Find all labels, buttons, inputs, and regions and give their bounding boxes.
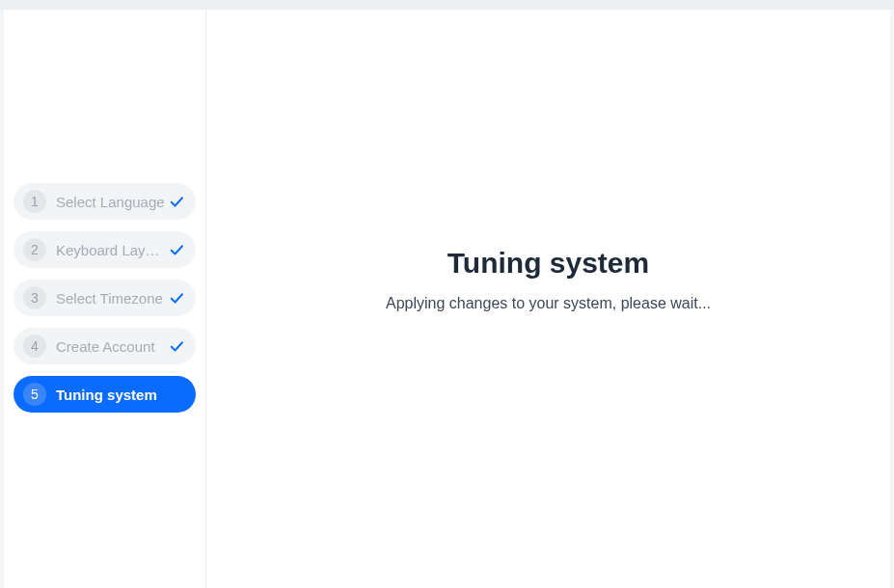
step-number: 5 — [23, 383, 46, 406]
step-label: Select Language — [56, 194, 165, 210]
main-content: Tuning system Applying changes to your s… — [206, 10, 890, 588]
top-bar — [0, 0, 894, 10]
step-tuning-system[interactable]: 5 Tuning system — [14, 376, 196, 413]
check-icon — [167, 288, 186, 307]
step-keyboard-layout[interactable]: 2 Keyboard Layout — [14, 231, 196, 268]
page-title: Tuning system — [447, 247, 649, 280]
step-select-language[interactable]: 1 Select Language — [14, 183, 196, 220]
step-label: Select Timezone — [56, 290, 165, 307]
status-message: Applying changes to your system, please … — [386, 295, 711, 312]
step-number: 2 — [23, 238, 46, 261]
step-number: 1 — [23, 190, 46, 213]
step-label: Keyboard Layout — [56, 242, 165, 258]
check-icon — [167, 240, 186, 259]
check-icon — [167, 336, 186, 356]
check-icon — [167, 192, 186, 211]
step-number: 4 — [23, 334, 46, 358]
step-number: 3 — [23, 286, 46, 309]
wizard-container: 1 Select Language 2 Keyboard Layout 3 Se… — [4, 10, 890, 588]
step-create-account[interactable]: 4 Create Account — [14, 328, 196, 364]
steps-sidebar: 1 Select Language 2 Keyboard Layout 3 Se… — [4, 10, 206, 588]
step-label: Tuning system — [56, 387, 186, 403]
step-select-timezone[interactable]: 3 Select Timezone — [14, 280, 196, 316]
step-label: Create Account — [56, 338, 165, 355]
